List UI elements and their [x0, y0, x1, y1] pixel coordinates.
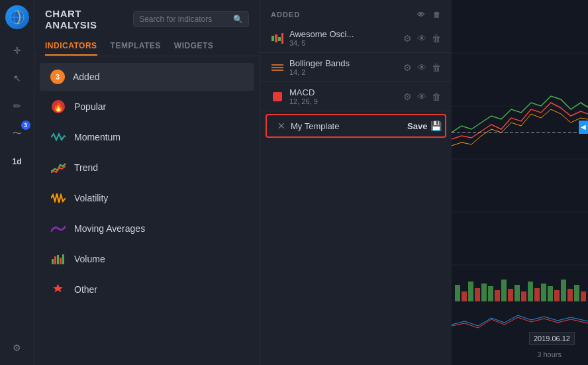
- category-list: 3 Added 🔥 Popular Momentum: [34, 56, 260, 365]
- added-header-actions: 👁 🗑: [417, 11, 441, 19]
- search-box[interactable]: 🔍: [133, 11, 249, 27]
- save-template-button[interactable]: Save 💾: [407, 121, 442, 131]
- svg-rect-35: [521, 291, 526, 301]
- tab-templates[interactable]: TEMPLATES: [111, 37, 161, 56]
- category-label-popular: Popular: [74, 101, 106, 112]
- category-label-volume: Volume: [74, 254, 105, 264]
- sidebar-item-trend[interactable]: Trend: [40, 153, 254, 182]
- sidebar-item-momentum[interactable]: Momentum: [40, 123, 254, 152]
- volatility-icon: [50, 190, 66, 206]
- tab-widgets[interactable]: WIDGETS: [174, 37, 214, 56]
- tab-indicators[interactable]: INDICATORS: [45, 37, 97, 56]
- svg-rect-5: [52, 259, 54, 264]
- awesome-osc-info: Awesome Osci... 34, 5: [289, 29, 398, 47]
- svg-rect-6: [54, 256, 56, 264]
- other-icon: [50, 282, 66, 297]
- indicator-tool[interactable]: 〜 3: [5, 122, 29, 146]
- search-input[interactable]: [139, 15, 229, 24]
- date-label: 2019.06.12: [529, 332, 575, 345]
- awesome-osc-visibility-icon[interactable]: 👁: [417, 33, 426, 44]
- delete-all-icon[interactable]: 🗑: [433, 11, 441, 19]
- svg-rect-44: [581, 291, 586, 301]
- svg-rect-42: [567, 289, 573, 301]
- macd-delete-icon[interactable]: 🗑: [432, 91, 441, 102]
- category-label-volatility: Volatility: [74, 193, 108, 203]
- category-label-trend: Trend: [74, 162, 98, 173]
- bollinger-delete-icon[interactable]: 🗑: [432, 62, 441, 73]
- bollinger-settings-icon[interactable]: ⚙: [403, 62, 412, 73]
- awesome-osc-actions: ⚙ 👁 🗑: [403, 33, 441, 44]
- sidebar-item-popular[interactable]: 🔥 Popular: [40, 92, 254, 121]
- bollinger-color: [271, 61, 284, 74]
- indicators-panel: CHART ANALYSIS 🔍 INDICATORS TEMPLATES WI…: [34, 0, 260, 365]
- trend-icon: [50, 160, 66, 176]
- time-label: 3 hours: [537, 350, 562, 358]
- svg-rect-37: [534, 288, 540, 301]
- svg-marker-10: [53, 284, 63, 293]
- crosshair-tool[interactable]: ✛: [5, 38, 29, 62]
- sidebar-item-other[interactable]: Other: [40, 275, 254, 304]
- cursor-tool[interactable]: ↖: [5, 66, 29, 90]
- moving-averages-icon: [50, 221, 66, 236]
- macd-settings-icon[interactable]: ⚙: [403, 91, 412, 102]
- settings-tool[interactable]: ⚙: [5, 336, 29, 360]
- svg-text:🔥: 🔥: [53, 101, 64, 113]
- save-label: Save: [407, 121, 427, 131]
- macd-visibility-icon[interactable]: 👁: [417, 91, 426, 102]
- sidebar-item-moving-averages[interactable]: Moving Averages: [40, 214, 254, 243]
- volume-icon: [50, 251, 66, 267]
- svg-rect-13: [278, 37, 281, 41]
- momentum-icon: [50, 129, 66, 145]
- category-label-other: Other: [74, 284, 97, 295]
- added-header: ADDED 👁 🗑: [260, 0, 452, 24]
- panel-header: CHART ANALYSIS 🔍 INDICATORS TEMPLATES WI…: [34, 0, 260, 56]
- svg-rect-33: [508, 289, 513, 301]
- tabs-container: INDICATORS TEMPLATES WIDGETS: [45, 37, 249, 56]
- category-label-added: Added: [73, 72, 99, 82]
- globe-icon[interactable]: [5, 5, 29, 29]
- svg-rect-14: [281, 33, 283, 44]
- sidebar-item-added[interactable]: 3 Added: [40, 63, 254, 91]
- svg-rect-31: [495, 290, 500, 301]
- bollinger-visibility-icon[interactable]: 👁: [417, 62, 426, 73]
- svg-rect-18: [273, 92, 282, 101]
- bollinger-name: Bollinger Bands: [289, 58, 398, 68]
- category-label-momentum: Momentum: [74, 132, 121, 142]
- sidebar-item-volatility[interactable]: Volatility: [40, 183, 254, 213]
- svg-rect-8: [60, 258, 62, 264]
- chart-svg: [452, 0, 588, 365]
- added-badge: 3: [50, 70, 65, 84]
- svg-rect-41: [561, 280, 566, 301]
- template-save-row: ✕ Save 💾: [266, 114, 446, 138]
- svg-rect-39: [548, 286, 553, 301]
- awesome-osc-color: [271, 32, 284, 45]
- sidebar-item-volume[interactable]: Volume: [40, 244, 254, 274]
- awesome-osc-delete-icon[interactable]: 🗑: [432, 33, 441, 44]
- svg-rect-30: [488, 286, 493, 301]
- svg-rect-11: [271, 36, 274, 41]
- timeframe-tool[interactable]: 1d: [5, 150, 29, 174]
- draw-tool[interactable]: ✏: [5, 94, 29, 118]
- awesome-osc-params: 34, 5: [289, 39, 398, 47]
- template-name-input[interactable]: [291, 121, 402, 131]
- svg-rect-28: [475, 288, 480, 301]
- svg-rect-27: [468, 282, 473, 301]
- template-close-icon[interactable]: ✕: [277, 121, 285, 131]
- visibility-all-icon[interactable]: 👁: [417, 11, 425, 19]
- macd-actions: ⚙ 👁 🗑: [403, 91, 441, 102]
- macd-color: [271, 90, 284, 103]
- macd-params: 12, 26, 9: [289, 97, 398, 105]
- indicator-item-macd: MACD 12, 26, 9 ⚙ 👁 🗑: [260, 82, 452, 111]
- save-disk-icon: 💾: [430, 121, 442, 131]
- added-header-label: ADDED: [271, 11, 300, 19]
- svg-rect-38: [541, 284, 546, 301]
- svg-rect-34: [514, 285, 520, 301]
- svg-rect-9: [62, 254, 64, 264]
- awesome-osc-settings-icon[interactable]: ⚙: [403, 33, 412, 44]
- panel-title: CHART ANALYSIS: [45, 8, 133, 30]
- bollinger-params: 14, 2: [289, 68, 398, 76]
- svg-rect-36: [528, 282, 533, 301]
- bollinger-actions: ⚙ 👁 🗑: [403, 62, 441, 73]
- indicator-badge: 3: [21, 121, 30, 130]
- search-icon: 🔍: [233, 15, 243, 24]
